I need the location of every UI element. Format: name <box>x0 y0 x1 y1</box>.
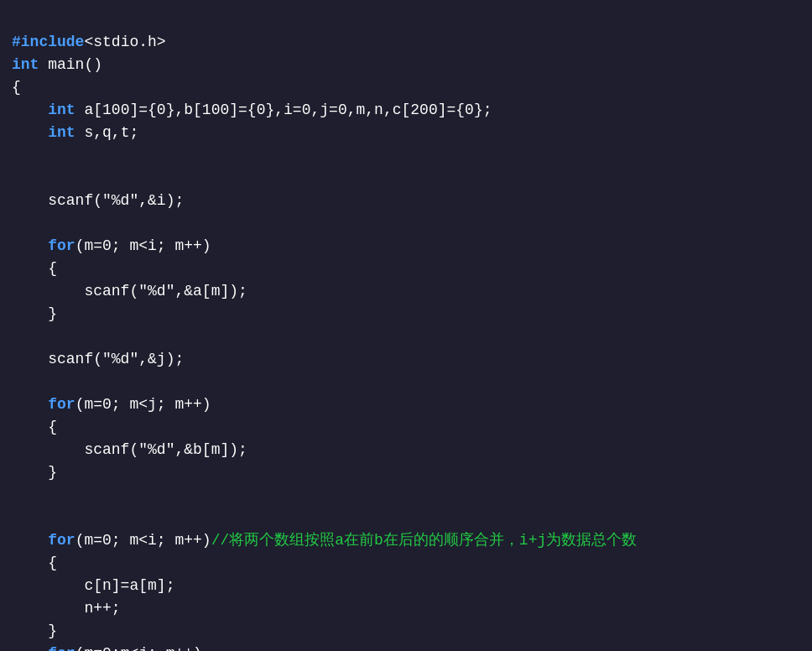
line-for2-open: { <box>12 419 57 435</box>
kw-int-1: int <box>48 102 75 118</box>
line-array-decl: int a[100]={0},b[100]={0},i=0,j=0,m,n,c[… <box>12 102 492 118</box>
line-var-decl: int s,q,t; <box>12 124 138 141</box>
line-empty-2 <box>12 509 21 526</box>
line-include: #include<stdio.h> <box>12 34 166 50</box>
line-open-brace: { <box>12 79 21 96</box>
line-for-3: for(m=0; m<i; m++)//将两个数组按照a在前b在后的的顺序合并，… <box>12 532 637 549</box>
line-n-inc-1: n++; <box>12 600 121 617</box>
kw-int-main: int <box>12 56 39 73</box>
line-for1-open: { <box>12 260 57 277</box>
line-scanf-b: scanf("%d",&b[m]); <box>12 441 247 458</box>
line-main-decl: int main() <box>12 56 102 73</box>
line-c-assign-a: c[n]=a[m]; <box>12 577 174 594</box>
line-empty-1 <box>12 169 21 186</box>
include-directive: #include <box>12 34 84 50</box>
kw-int-2: int <box>48 124 75 141</box>
line-scanf-a: scanf("%d",&a[m]); <box>12 283 247 299</box>
line-scanf-j: scanf("%d",&j); <box>12 351 184 367</box>
line-for3-open: { <box>12 555 57 571</box>
kw-for-1: for <box>48 237 75 254</box>
line-for2-close: } <box>12 464 57 481</box>
line-for1-close: } <box>12 305 57 322</box>
kw-for-2: for <box>48 396 75 413</box>
kw-for-4: for <box>48 645 75 651</box>
comment-merge: //将两个数组按照a在前b在后的的顺序合并，i+j为数据总个数 <box>211 532 638 549</box>
line-for-2: for(m=0; m<j; m++) <box>12 396 211 413</box>
line-for-4: for(m=0;m<j; m++) <box>12 645 202 651</box>
line-for3-close: } <box>12 622 57 639</box>
code-editor: #include<stdio.h> int main() { int a[100… <box>12 8 800 651</box>
line-scanf-i: scanf("%d",&i); <box>12 192 184 209</box>
line-for-1: for(m=0; m<i; m++) <box>12 237 211 254</box>
kw-for-3: for <box>48 532 75 549</box>
